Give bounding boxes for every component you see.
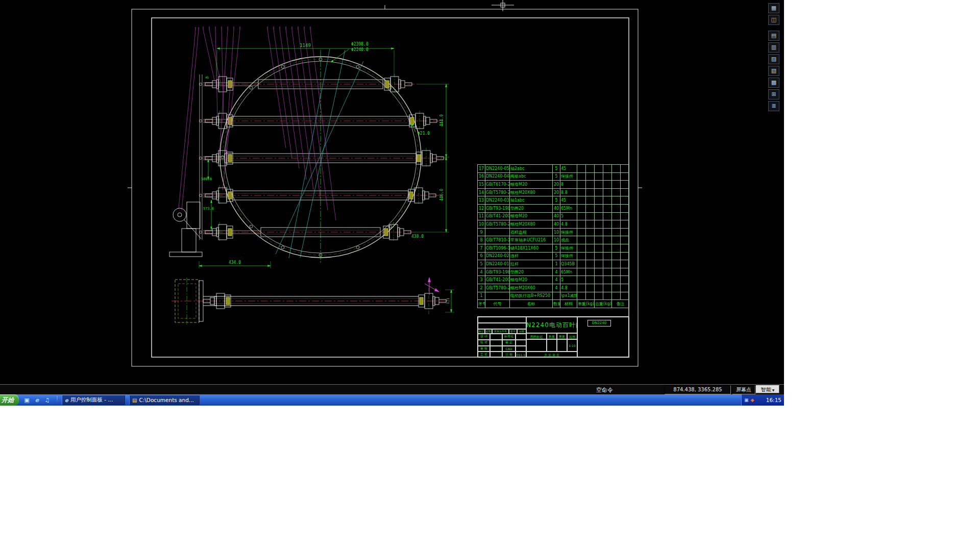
signature-row: 校 对 审 定 xyxy=(478,340,526,346)
coordinates-display: 874.438, 3365.285 xyxy=(665,385,731,394)
right-toolbar: ▦ ◫ ▤ ▥ ▨ ▧ ▩ ⊞ ≣ xyxy=(768,3,781,111)
model-number: DN2240 xyxy=(587,320,611,327)
clock[interactable]: 16:15 xyxy=(766,397,781,403)
rev-header: 日期 xyxy=(517,329,526,334)
taskbar-divider xyxy=(57,396,58,404)
dimension-label: Φ2240.0 xyxy=(351,47,369,52)
cad-toolbar-button-1[interactable]: ▦ xyxy=(768,3,779,13)
cad-toolbar-button-4[interactable]: ▥ xyxy=(768,42,779,53)
command-status: 空命令 xyxy=(596,386,613,394)
signature-row: 审 核 CAD xyxy=(478,346,526,352)
bom-parts-list: 17 DN2240-05 轴2abc 5 45 16 DN2240-04 阀板a… xyxy=(477,164,629,308)
rev-header: 签字 xyxy=(509,329,517,334)
drawing-canvas[interactable]: 1149 Φ2398.0 Φ2240.0 Φ21.0 444.0 446.0 4… xyxy=(0,0,784,384)
bom-row: 7 GB/T1096-19 键A18X11X60 5 焊接件 xyxy=(478,244,629,252)
dropdown-arrow-icon: ▼ xyxy=(772,388,775,392)
status-bar: 空命令 874.438, 3365.285 屏幕点 智能▼ xyxy=(0,384,784,394)
dimension-label: 446.0 xyxy=(439,189,444,201)
dimension-label: 573.0 xyxy=(203,207,214,211)
stamp-header: 数量 xyxy=(547,333,557,339)
taskbar: 开始 ▣ e ♫ e 用户控制面板 - ... ▤ C:\Documents a… xyxy=(0,394,784,406)
cad-toolbar-button-2[interactable]: ◫ xyxy=(768,15,779,25)
bom-row: 6 DN2240-02 连杆 5 焊接件 xyxy=(478,252,629,260)
bom-row: 3 GB/T41-2000 螺母M20 4 5 xyxy=(478,276,629,284)
bom-row: 13 DN2240-03 轴1abc 5 45 xyxy=(478,196,629,205)
media-player-icon[interactable]: ♫ xyxy=(43,396,51,404)
cad-toolbar-button-7[interactable]: ▩ xyxy=(768,78,779,88)
signature-rows: 设 计 标准化 校 对 审 定 审 核 CAD 工 艺 日 期 2011.11 xyxy=(478,334,526,358)
stamp-header: 图样标记 xyxy=(526,333,547,339)
bom-row: 2 GB/T5780-20 螺栓M20X60 4 4.8 xyxy=(478,284,629,292)
bom-row: 5 DN2240-01 拉杆 1 Q345B xyxy=(478,260,629,268)
cad-toolbar-button-6[interactable]: ▧ xyxy=(768,66,779,76)
stamp-header: 重量 xyxy=(557,333,567,339)
dimension-label: 1149 xyxy=(300,43,311,48)
system-tray: ▣ ◆ 16:15 xyxy=(741,394,784,406)
cad-application-window: 1149 Φ2398.0 Φ2240.0 Φ21.0 444.0 446.0 4… xyxy=(0,0,784,406)
ime-indicator-icon[interactable]: ▣ xyxy=(744,397,749,403)
dimension-label: 438.0 xyxy=(411,234,424,239)
dimension-label: Φ21.0 xyxy=(418,131,430,136)
task-documents-window[interactable]: ▤ C:\Documents and... xyxy=(129,395,200,405)
sheet-note: 共 页 第 页 xyxy=(526,352,577,358)
signature-row: 工 艺 日 期 2011.11 xyxy=(478,352,526,358)
snap-mode-label: 智能 xyxy=(761,387,771,392)
dimension-label: Φ2398.0 xyxy=(351,42,369,46)
snap-mode-dropdown[interactable]: 智能▼ xyxy=(756,385,779,393)
scale-value: 1:10 xyxy=(567,339,577,352)
rev-header: 处数 xyxy=(485,329,492,334)
cad-toolbar-button-8[interactable]: ⊞ xyxy=(768,89,779,99)
pick-mode-button[interactable]: 屏幕点 xyxy=(732,385,755,394)
bom-table: 17 DN2240-05 轴2abc 5 45 16 DN2240-04 阀板a… xyxy=(477,164,629,308)
ie-quicklaunch-icon[interactable]: e xyxy=(33,396,41,404)
task-label: 用户控制面板 - ... xyxy=(70,396,113,404)
rev-header: 更改文件号 xyxy=(492,329,509,334)
bom-row: 14 GB/T5780-20 螺栓M20X80 20 8.8 xyxy=(478,188,629,196)
part-name: DN2240电动百叶阀 xyxy=(526,317,577,333)
dimension-label: 500.0 xyxy=(201,177,212,181)
quick-launch: ▣ e ♫ xyxy=(23,396,58,404)
dimension-label: 444.0 xyxy=(439,114,444,127)
cad-toolbar-button-9[interactable]: ≣ xyxy=(768,101,779,111)
bom-row: 17 DN2240-05 轴2abc 5 45 xyxy=(478,165,629,173)
bom-row: 8 GB/T7810-19 带座轴承UCFU216 10 成品 xyxy=(478,236,629,244)
ie-window-icon: e xyxy=(65,397,68,403)
bom-row: 10 GB/T5780-20 螺栓M20X80 40 4.8 xyxy=(478,220,629,229)
task-label: C:\Documents and... xyxy=(139,397,193,403)
rev-header: 标记 xyxy=(478,329,485,334)
cad-toolbar-button-5[interactable]: ▨ xyxy=(768,54,779,64)
stamp-header: 比例 xyxy=(567,333,577,339)
task-user-control-panel[interactable]: e 用户控制面板 - ... xyxy=(62,395,125,405)
bom-row: 16 DN2240-04 阀板abc 5 焊接件 xyxy=(478,172,629,181)
bom-row: 12 GB/T93-1987 垫圈20 40 65Mn xyxy=(478,204,629,212)
bom-row: 15 GB/T6170-20 螺母M20 20 8 xyxy=(478,181,629,189)
antivirus-tray-icon[interactable]: ◆ xyxy=(751,397,754,403)
signature-row: 设 计 标准化 xyxy=(478,334,526,340)
bom-row: 9 石棉盘根 10 焊接件 xyxy=(478,228,629,236)
dimension-label: 45 xyxy=(205,76,209,79)
drawing-canvas-area[interactable]: 1149 Φ2398.0 Φ2240.0 Φ21.0 444.0 446.0 4… xyxy=(0,0,784,384)
folder-window-icon: ▤ xyxy=(132,397,137,403)
bom-row: 11 GB/T41-2000 螺母M20 40 5 xyxy=(478,212,629,220)
bom-row: 1 电动执行器B+RS250 \px1减阻 xyxy=(478,292,629,300)
start-button[interactable]: 开始 xyxy=(0,394,19,406)
title-block: 标记 处数 更改文件号 签字 日期 设 计 标准化 校 对 审 定 审 核 CA… xyxy=(477,316,629,357)
dimension-label: 434.0 xyxy=(229,260,241,265)
bom-row: 4 GB/T93-1987 垫圈20 4 65Mn xyxy=(478,268,629,276)
bom-header-row: 序号 代号 名称 数量 材料 单重(kg) 总重(kg) 备注 xyxy=(478,300,629,308)
show-desktop-icon[interactable]: ▣ xyxy=(23,396,31,404)
cad-toolbar-button-3[interactable]: ▤ xyxy=(768,31,779,41)
